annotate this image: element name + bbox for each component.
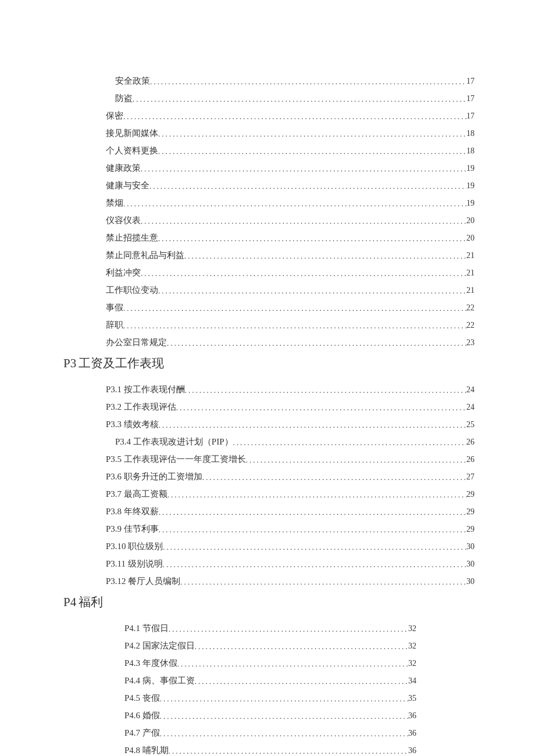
section-prefix: P4 (63, 595, 76, 609)
toc-leader-dots (159, 508, 466, 517)
toc-entry: P3.7 最高工资额 29 (106, 489, 475, 500)
toc-entry: 利益冲突 21 (106, 267, 475, 278)
toc-entry-label: 仪容仪表 (106, 215, 141, 226)
toc-leader-dots (169, 747, 408, 756)
toc-entry-page: 26 (466, 455, 475, 464)
toc-leader-dots (185, 386, 466, 395)
toc-entry-page: 30 (466, 577, 475, 586)
toc-entry-label: P4.7 产假 (124, 728, 160, 739)
toc-entry: 辞职 22 (106, 320, 475, 331)
toc-entry: P4.2 国家法定假日 32 (124, 640, 416, 651)
toc-leader-dots (133, 95, 466, 104)
toc-leader-dots (159, 525, 466, 535)
toc-leader-dots (150, 77, 466, 87)
toc-entry-page: 21 (466, 268, 475, 278)
toc-leader-dots (123, 112, 466, 121)
toc-entry-label: 安全政策 (115, 76, 150, 87)
toc-entry: P4.5 丧假 35 (124, 693, 416, 704)
toc-leader-dots (195, 677, 408, 686)
toc-leader-dots (195, 642, 408, 651)
toc-entry: 工作职位变动 21 (106, 285, 475, 296)
toc-entry-page: 35 (408, 694, 416, 703)
toc-entry-page: 24 (466, 403, 475, 412)
toc-entry-label: 个人资料更换 (106, 145, 158, 156)
toc-leader-dots (163, 560, 466, 569)
toc-entry: 禁止同意礼品与利益 21 (106, 250, 475, 261)
toc-entry: P3.1 按工作表现付酬 24 (106, 384, 475, 395)
toc-entry: P3.3 绩效考核 25 (106, 419, 475, 430)
toc-entry: P3.10 职位级别 30 (106, 541, 475, 552)
toc-entry: 防盗 17 (115, 93, 475, 104)
section-heading-p4: P4福利 (63, 594, 475, 610)
section-prefix: P3 (63, 356, 76, 370)
toc-entry-label: P3.11 级别说明 (106, 558, 163, 569)
toc-entry-label: 防盗 (115, 93, 133, 104)
toc-entry-label: P3.1 按工作表现付酬 (106, 384, 185, 395)
toc-leader-dots (158, 147, 466, 156)
toc-entry-page: 36 (408, 746, 416, 755)
toc-entry: 仪容仪表 20 (106, 215, 475, 226)
toc-entry: P3.8 年终双薪 29 (106, 506, 475, 517)
toc-entry-label: P4.2 国家法定假日 (124, 640, 195, 651)
toc-entry-page: 29 (466, 490, 475, 499)
toc-entry-page: 19 (466, 164, 475, 173)
toc-entry-label: 利益冲突 (106, 267, 141, 278)
toc-entry: 事假 22 (106, 302, 475, 313)
toc-entry-page: 27 (466, 472, 475, 482)
toc-entry-label: 办公室日常规定 (106, 337, 167, 348)
toc-entry-page: 18 (466, 129, 475, 138)
toc-leader-dots (184, 252, 466, 261)
toc-entry-page: 18 (466, 146, 475, 156)
toc-entry: P3.12 餐厅人员编制 30 (106, 576, 475, 587)
toc-entry-page: 34 (408, 676, 416, 686)
toc-leader-dots (169, 625, 408, 634)
toc-entry-page: 25 (466, 420, 475, 429)
toc-entry: 办公室日常规定 23 (106, 337, 475, 348)
toc-entry-page: 17 (466, 77, 475, 86)
toc-entry: 健康与安全 19 (106, 180, 475, 191)
toc-leader-dots (167, 339, 466, 348)
toc-entry-page: 22 (466, 303, 475, 313)
toc-entry-label: P3.5 工作表现评估一一年度工资增长 (106, 454, 246, 465)
toc-entry-page: 19 (466, 181, 475, 191)
toc-entry-label: 接见新闻媒体 (106, 128, 158, 139)
toc-entry-label: P4.6 婚假 (124, 710, 160, 721)
toc-group-p4: P4.1 节假日 32P4.2 国家法定假日 32P4.3 年度休假 32P4.… (65, 623, 475, 756)
toc-entry: 禁烟 19 (106, 198, 475, 209)
toc-entry-page: 22 (466, 321, 475, 330)
toc-entry-label: P4.1 节假日 (124, 623, 169, 634)
toc-leader-dots (158, 286, 466, 296)
toc-entry-label: P3.2 工作表现评估 (106, 402, 176, 413)
toc-leader-dots (123, 321, 466, 331)
toc-entry: 接见新闻媒体 18 (106, 128, 475, 139)
toc-entry-page: 23 (466, 338, 475, 347)
toc-entry-label: 禁止招揽生意 (106, 232, 158, 243)
toc-entry-page: 26 (466, 438, 475, 447)
toc-entry-label: 健康与安全 (106, 180, 149, 191)
toc-entry: P4.6 婚假 36 (124, 710, 416, 721)
toc-entry-label: P3.6 职务升迁的工资增加 (106, 471, 202, 482)
toc-leader-dots (176, 403, 466, 413)
section-title: 福利 (79, 595, 103, 609)
toc-entry-label: P4.3 年度休假 (124, 658, 177, 669)
toc-entry-label: P3.10 职位级别 (106, 541, 163, 552)
toc-entry-label: P4.8 哺乳期 (124, 745, 169, 756)
toc-entry: P3.5 工作表现评估一一年度工资增长 26 (106, 454, 475, 465)
toc-entry: 健康政策 19 (106, 163, 475, 174)
toc-entry-label: P3.3 绩效考核 (106, 419, 159, 430)
toc-leader-dots (159, 421, 466, 430)
toc-entry-label: P3.7 最高工资额 (106, 489, 167, 500)
toc-leader-dots (158, 234, 466, 243)
toc-entry-label: P4.4 病、事假工资 (124, 675, 195, 686)
toc-entry: 安全政策 17 (115, 76, 475, 87)
toc-entry-page: 29 (466, 507, 475, 517)
toc-entry-page: 30 (466, 542, 475, 551)
toc-entry-label: P3.8 年终双薪 (106, 506, 159, 517)
toc-entry: 保密 17 (106, 110, 475, 121)
toc-leader-dots (180, 578, 466, 587)
toc-entry-page: 24 (466, 385, 475, 395)
toc-leader-dots (177, 660, 408, 669)
toc-entry-page: 20 (466, 216, 475, 225)
toc-leader-dots (163, 543, 466, 552)
toc-leader-dots (123, 199, 466, 209)
